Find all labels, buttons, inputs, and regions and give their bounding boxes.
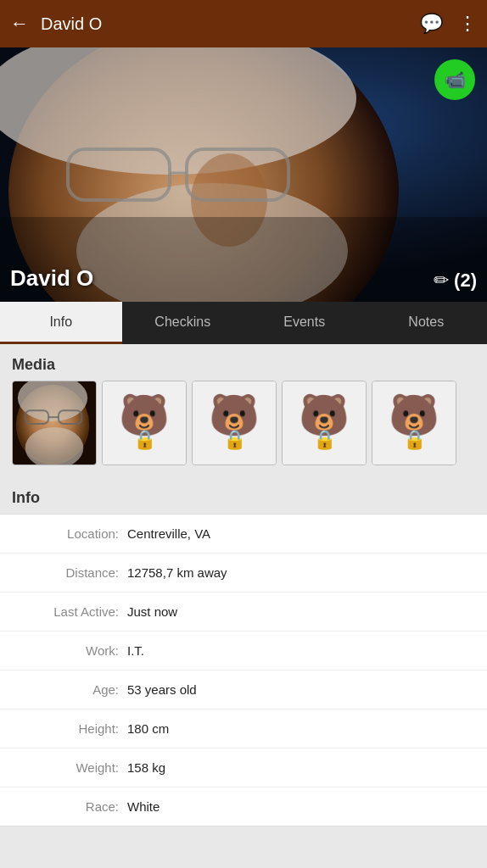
- tab-notes[interactable]: Notes: [366, 302, 488, 344]
- tab-info[interactable]: Info: [0, 302, 122, 344]
- age-value: 53 years old: [127, 682, 470, 697]
- info-card: Location: Centreville, VA Distance: 1275…: [0, 514, 487, 826]
- back-button[interactable]: ←: [10, 13, 29, 35]
- info-row-height: Height: 180 cm: [0, 709, 487, 748]
- profile-image-area: 📹 David O ✏ (2): [0, 47, 487, 302]
- profile-edit-area: ✏ (2): [434, 270, 477, 292]
- profile-photo: [0, 47, 487, 302]
- lock-icon: 🔒: [133, 429, 156, 451]
- weight-value: 158 kg: [127, 760, 470, 775]
- header-icons: 💬 ⋮: [420, 13, 477, 35]
- tab-checkins[interactable]: Checkins: [122, 302, 244, 344]
- info-section-header: Info: [0, 477, 487, 514]
- video-call-button[interactable]: 📹: [434, 59, 475, 100]
- info-row-distance: Distance: 12758,7 km away: [0, 554, 487, 593]
- info-section: Info Location: Centreville, VA Distance:…: [0, 477, 487, 826]
- locked-media-4: 🐻 🔒: [372, 381, 456, 465]
- height-value: 180 cm: [127, 721, 470, 736]
- media-section: Media: [0, 344, 487, 477]
- last-active-label: Last Active:: [17, 604, 119, 619]
- edit-icon[interactable]: ✏: [434, 270, 449, 292]
- tab-events[interactable]: Events: [244, 302, 366, 344]
- work-label: Work:: [17, 643, 119, 658]
- unread-badge: (2): [454, 270, 477, 292]
- info-row-location: Location: Centreville, VA: [0, 515, 487, 554]
- locked-media-3: 🐻 🔒: [283, 381, 366, 465]
- info-row-age: Age: 53 years old: [0, 670, 487, 709]
- header-title: David O: [41, 14, 420, 34]
- last-active-value: Just now: [127, 604, 470, 619]
- distance-value: 12758,7 km away: [127, 565, 470, 580]
- lock-icon: 🔒: [223, 429, 246, 451]
- info-row-race: Race: White: [0, 787, 487, 826]
- media-scroll: 🐻 🔒 🐻 🔒 🐻 🔒 🐻 🔒: [0, 381, 487, 477]
- chat-icon[interactable]: 💬: [420, 13, 443, 35]
- media-item-1[interactable]: 🐻 🔒: [102, 381, 187, 465]
- weight-label: Weight:: [17, 760, 119, 775]
- media-item-3[interactable]: 🐻 🔒: [282, 381, 367, 465]
- menu-icon[interactable]: ⋮: [458, 13, 477, 35]
- tabs: Info Checkins Events Notes: [0, 302, 487, 344]
- race-value: White: [127, 799, 470, 814]
- media-item-2[interactable]: 🐻 🔒: [192, 381, 277, 465]
- age-label: Age:: [17, 682, 119, 697]
- locked-media-1: 🐻 🔒: [103, 381, 186, 465]
- height-label: Height:: [17, 721, 119, 736]
- profile-name: David O: [10, 265, 93, 292]
- main-content: Media: [0, 344, 487, 826]
- info-row-weight: Weight: 158 kg: [0, 748, 487, 787]
- lock-icon: 🔒: [403, 429, 426, 451]
- work-value: I.T.: [127, 643, 470, 658]
- info-row-work: Work: I.T.: [0, 632, 487, 670]
- media-item-0[interactable]: [12, 381, 97, 465]
- media-item-4[interactable]: 🐻 🔒: [372, 381, 456, 465]
- info-row-last-active: Last Active: Just now: [0, 593, 487, 632]
- media-section-header: Media: [0, 344, 487, 381]
- race-label: Race:: [17, 799, 119, 814]
- header: ← David O 💬 ⋮: [0, 0, 487, 47]
- distance-label: Distance:: [17, 565, 119, 580]
- locked-media-2: 🐻 🔒: [193, 381, 276, 465]
- location-value: Centreville, VA: [127, 526, 470, 541]
- location-label: Location:: [17, 526, 119, 541]
- video-camera-icon: 📹: [445, 70, 466, 90]
- lock-icon: 🔒: [313, 429, 336, 451]
